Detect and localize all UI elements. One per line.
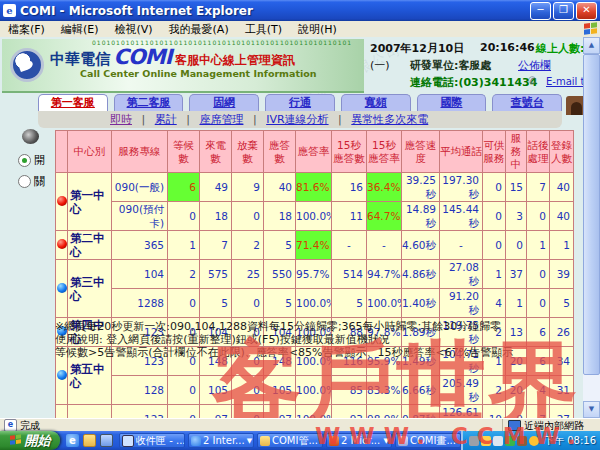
ccmw-watermark: 客戶世界 xyxy=(212,323,580,418)
tab-first-service[interactable]: 第一客服 xyxy=(38,94,108,112)
column-header: 應答率 xyxy=(296,131,332,173)
data-cell: 1 xyxy=(506,289,527,318)
quick-launch: e xyxy=(66,434,113,447)
center-name: 第六中心 xyxy=(68,405,112,419)
data-cell: 1.40秒 xyxy=(402,289,440,318)
red-status-icon xyxy=(57,196,67,206)
ie-quicklaunch-icon[interactable]: e xyxy=(66,434,79,447)
start-button[interactable]: 開始 xyxy=(0,431,60,450)
data-cell: 18 xyxy=(264,202,296,231)
data-cell: 4.60秒 xyxy=(402,231,440,260)
table-row: 第二中心365172571.4%--4.60秒-0011 xyxy=(56,231,574,260)
separator: | xyxy=(253,113,257,126)
taskbar-button[interactable]: COMI管... xyxy=(257,433,323,448)
mail-quicklaunch-icon[interactable] xyxy=(100,434,113,447)
subnav-agent-mgmt[interactable]: 座席管理 xyxy=(199,113,243,126)
menu-edit[interactable]: 編輯(E) xyxy=(53,22,107,37)
data-cell: 39.25秒 xyxy=(402,173,440,202)
subnav-ivr-analysis[interactable]: IVR連線分析 xyxy=(266,113,328,126)
data-cell: 575 xyxy=(200,260,232,289)
taskbar-button[interactable]: 2 Inter...▼ xyxy=(188,433,254,448)
data-cell: 14.89秒 xyxy=(402,202,440,231)
taskbar-button[interactable]: 收件匣 - ... xyxy=(119,433,185,448)
menu-tools[interactable]: 工具(T) xyxy=(237,22,290,37)
data-cell: 0 xyxy=(232,289,264,318)
minimize-button[interactable]: ─ xyxy=(530,2,551,20)
phone-icon: ✆ xyxy=(528,75,536,86)
blue-status-icon xyxy=(57,370,67,380)
data-cell: 71.4% xyxy=(296,231,332,260)
taskbar-button-label: 2 Inter... xyxy=(203,435,245,446)
tab-directory[interactable]: 查號台 xyxy=(492,94,562,112)
data-cell: 6 xyxy=(168,173,200,202)
sound-on-label: 開 xyxy=(34,153,45,168)
folder-icon xyxy=(260,436,270,446)
data-cell: 7 xyxy=(200,231,232,260)
subnav-cumulative[interactable]: 累計 xyxy=(155,113,177,126)
menu-view[interactable]: 檢視(V) xyxy=(106,22,160,37)
data-cell: 37 xyxy=(506,260,527,289)
subnav-abnormal-calls[interactable]: 異常性多次來電 xyxy=(351,113,428,126)
start-label: 開始 xyxy=(25,432,51,450)
tab-broadband[interactable]: 寬頻 xyxy=(341,94,411,112)
window-title: COMI - Microsoft Internet Explorer xyxy=(20,4,530,18)
weekday: (一) xyxy=(370,58,390,73)
bulletin-board-link[interactable]: 公佈欄 xyxy=(518,58,551,73)
data-cell: 1 xyxy=(550,231,574,260)
data-cell: 40 xyxy=(264,173,296,202)
ie-icon xyxy=(191,436,201,446)
center-name: 第一中心 xyxy=(68,173,112,231)
data-cell: - xyxy=(367,231,402,260)
app-name: COMI xyxy=(114,45,172,69)
tab-second-service[interactable]: 第二客服 xyxy=(114,94,184,112)
data-cell: 40 xyxy=(550,173,574,202)
windows-flag-icon xyxy=(584,22,598,36)
subnav-realtime[interactable]: 即時 xyxy=(110,113,132,126)
tab-international[interactable]: 國際 xyxy=(417,94,487,112)
data-cell: 514 xyxy=(332,260,367,289)
data-cell: 7 xyxy=(527,173,550,202)
data-cell: 197.30秒 xyxy=(440,173,483,202)
menu-file[interactable]: 檔案(F) xyxy=(0,22,53,37)
data-cell: 3 xyxy=(506,202,527,231)
data-cell: 40 xyxy=(550,202,574,231)
status-dot-cell xyxy=(56,231,68,260)
close-button[interactable]: ✕ xyxy=(576,2,597,20)
column-header xyxy=(56,131,68,173)
data-cell: 0 xyxy=(527,202,550,231)
red-status-icon xyxy=(57,239,67,249)
table-row: 12880505100.0%5100.0%1.40秒91.20秒4105 xyxy=(56,289,574,318)
restore-button[interactable]: ❐ xyxy=(553,2,574,20)
site-banner: 0101010101110101101101011010110101101011… xyxy=(2,39,364,93)
ie-page-icon: e xyxy=(3,4,16,17)
column-header: 可供服務 xyxy=(483,131,506,173)
data-cell: 090(一般) xyxy=(112,173,168,202)
tab-mobile[interactable]: 行通 xyxy=(265,94,335,112)
data-cell: 9 xyxy=(232,173,264,202)
data-cell: 090(預付卡) xyxy=(112,202,168,231)
sound-off-radio[interactable] xyxy=(18,175,31,188)
data-cell: 5 xyxy=(332,289,367,318)
table-row: 090(預付卡)018018100.0%1164.7%14.89秒145.44秒… xyxy=(56,202,574,231)
app-title: 客服中心線上管理資訊 xyxy=(175,53,295,67)
menu-favorites[interactable]: 我的最愛(A) xyxy=(161,22,237,37)
tab-fixed-network[interactable]: 固網 xyxy=(189,94,259,112)
data-cell: 4 xyxy=(483,289,506,318)
scroll-up-button[interactable]: ▲ xyxy=(583,37,600,54)
sound-on-radio[interactable] xyxy=(18,154,31,167)
data-cell: 5 xyxy=(264,231,296,260)
table-row: 第三中心10425752555095.7%51494.7%4.86秒27.08秒… xyxy=(56,260,574,289)
column-header: 登錄人數 xyxy=(550,131,574,173)
scrollbar-thumb[interactable] xyxy=(583,54,600,375)
scroll-down-button[interactable]: ▼ xyxy=(583,401,600,418)
data-cell: 0 xyxy=(506,231,527,260)
data-cell: 5 xyxy=(550,289,574,318)
menu-help[interactable]: 說明(H) xyxy=(290,22,345,37)
vertical-scrollbar: ▲ ▼ xyxy=(583,37,600,418)
status-dot-cell xyxy=(56,173,68,231)
report-table-head-row: 中心別服務專線等候數來電數放棄數應答數應答率15秒應答數15秒應答率應答速度平均… xyxy=(56,131,574,173)
data-cell: 365 xyxy=(112,231,168,260)
data-cell: 100.0% xyxy=(296,289,332,318)
folder-quicklaunch-icon[interactable] xyxy=(83,434,96,447)
app-subtitle: Call Center Online Management Informatio… xyxy=(80,68,317,79)
